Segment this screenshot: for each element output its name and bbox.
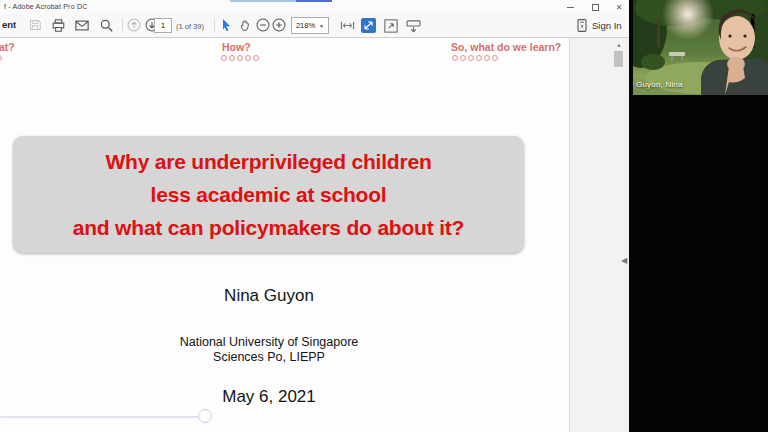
presentation-mode-button[interactable] <box>406 20 421 33</box>
slide-title-box: Why are underprivileged children less ac… <box>13 136 524 253</box>
email-button[interactable] <box>75 20 89 31</box>
maximize-button[interactable] <box>587 2 603 13</box>
progress-dot <box>237 55 243 61</box>
fit-page-button-active[interactable] <box>361 18 376 33</box>
search-icon <box>100 19 113 32</box>
progress-dot <box>484 55 490 61</box>
save-icon <box>29 19 41 31</box>
window-titlebar[interactable]: f - Adobe Acrobat Pro DC ✕ <box>0 0 629 14</box>
slide-affiliation-2: Sciences Po, LIEPP <box>0 350 538 364</box>
fit-page-icon <box>361 18 376 33</box>
page-count-label: (1 of 39) <box>176 22 204 31</box>
print-button[interactable] <box>52 19 65 32</box>
fullscreen-button[interactable] <box>384 19 398 33</box>
nav-dots-learn <box>452 55 498 61</box>
slide-author: Nina Guyon <box>0 286 538 306</box>
previous-page-button[interactable] <box>127 18 141 32</box>
nav-header-how[interactable]: How? <box>222 41 251 53</box>
hand-tool-icon <box>239 18 252 32</box>
fullscreen-icon <box>384 19 398 33</box>
progress-dot <box>460 55 466 61</box>
progress-dot <box>492 55 498 61</box>
presentation-screen-icon <box>406 20 421 33</box>
progress-dot <box>229 55 235 61</box>
sign-in-icon <box>577 19 587 32</box>
sign-in-button[interactable]: Sign In <box>592 20 622 31</box>
horizontal-scrollbar-track[interactable] <box>0 416 208 418</box>
zoom-in-button[interactable] <box>272 18 286 32</box>
progress-dot <box>468 55 474 61</box>
print-icon <box>52 19 65 32</box>
zoom-level-dropdown[interactable]: 218% ▼ <box>291 17 329 34</box>
panel-collapse-icon[interactable]: ◀ <box>621 256 627 265</box>
fit-width-button[interactable] <box>340 19 355 32</box>
acrobat-toolbar: ent 1 (1 of 39) <box>0 14 629 38</box>
progress-dot <box>452 55 458 61</box>
page-up-icon <box>127 18 141 32</box>
slide-affiliation-1: National University of Singapore <box>0 335 538 349</box>
zoom-level-value: 218% <box>296 21 315 30</box>
minimize-icon <box>567 7 574 8</box>
slide-title-line: Why are underprivileged children <box>13 145 524 178</box>
participant-name-label: Guyon, Nina <box>636 80 683 89</box>
vertical-scrollbar-thumb[interactable] <box>614 51 623 67</box>
toolbar-divider <box>122 18 123 33</box>
slide-date: May 6, 2021 <box>0 387 538 407</box>
slide-title-line: and what can policymakers do about it? <box>13 211 524 244</box>
nav-dots-what <box>0 55 2 61</box>
meeting-sidebar: Guyon, Nina <box>629 0 768 432</box>
pdf-page[interactable]: at? How? So, what do we learn? Why are u… <box>0 38 569 432</box>
document-tab-label[interactable]: ent <box>2 19 16 30</box>
progress-dot <box>253 55 259 61</box>
close-button[interactable]: ✕ <box>611 2 627 13</box>
pdf-gutter: ▲ ◀ <box>569 38 629 432</box>
maximize-icon <box>592 4 599 11</box>
fit-width-icon <box>340 19 355 32</box>
progress-dot <box>245 55 251 61</box>
zoom-out-button[interactable] <box>256 18 270 32</box>
progress-dot <box>0 55 2 61</box>
minimize-button[interactable] <box>562 2 578 13</box>
page-number-input[interactable]: 1 <box>154 18 172 33</box>
email-icon <box>75 20 89 31</box>
screen-edge-strip <box>230 0 296 2</box>
close-icon: ✕ <box>616 4 623 12</box>
acrobat-window: f - Adobe Acrobat Pro DC ✕ ent <box>0 0 629 432</box>
slide-title-line: less academic at school <box>13 178 524 211</box>
search-button[interactable] <box>100 19 113 32</box>
screen-edge-accent <box>296 0 332 2</box>
select-cursor-icon <box>221 18 232 32</box>
save-button[interactable] <box>29 19 41 31</box>
nav-header-learn[interactable]: So, what do we learn? <box>451 41 561 53</box>
webcam-video[interactable]: Guyon, Nina <box>633 0 768 95</box>
zoom-out-icon <box>256 18 270 32</box>
nav-header-what[interactable]: at? <box>0 41 15 53</box>
scroll-up-arrow-icon[interactable]: ▲ <box>616 42 622 48</box>
progress-dot <box>476 55 482 61</box>
shared-screen: f - Adobe Acrobat Pro DC ✕ ent <box>0 0 768 432</box>
select-tool-button[interactable] <box>221 18 232 32</box>
progress-dot <box>221 55 227 61</box>
hand-tool-button[interactable] <box>239 18 252 32</box>
window-title: f - Adobe Acrobat Pro DC <box>4 3 87 10</box>
toolbar-divider <box>214 18 215 33</box>
zoom-in-icon <box>272 18 286 32</box>
chevron-down-icon: ▼ <box>319 23 324 29</box>
nav-dots-how <box>221 55 259 61</box>
horizontal-scrollbar-thumb[interactable] <box>198 409 212 423</box>
